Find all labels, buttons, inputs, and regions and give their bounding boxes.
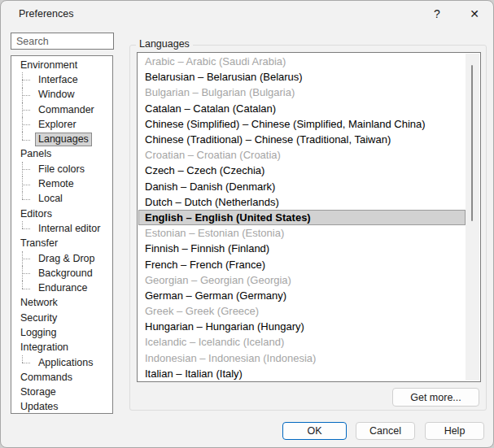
help-button[interactable]: Help xyxy=(425,422,484,440)
tree-item-label: Explorer xyxy=(35,118,80,132)
sidebar-item-interface[interactable]: Interface xyxy=(11,72,112,87)
sidebar-item-environment[interactable]: Environment xyxy=(11,58,112,72)
tree-connector-icon xyxy=(22,102,32,117)
tree-item-label: Security xyxy=(17,311,60,325)
language-item[interactable]: Chinese (Traditional) – Chinese (Traditi… xyxy=(138,132,466,147)
tree-item-label: Integration xyxy=(17,341,72,354)
tree-connector-icon xyxy=(22,221,32,236)
language-label: Belarusian – Belarusian (Belarus) xyxy=(145,71,303,83)
tree-item-label: Logging xyxy=(17,326,60,340)
language-label: Chinese (Traditional) – Chinese (Traditi… xyxy=(145,133,391,146)
preferences-dialog: Preferences ? ✕ Environment Interface Wi… xyxy=(0,0,494,448)
tree-connector-icon xyxy=(22,266,32,281)
language-label: German – German (Germany) xyxy=(145,289,286,302)
language-label: Indonesian – Indonesian (Indonesia) xyxy=(145,352,316,364)
sidebar-item-panels[interactable]: Panels xyxy=(11,147,112,162)
tree-item-label: Window xyxy=(35,88,77,102)
tree-connector-icon xyxy=(22,88,32,102)
tree-connector-icon xyxy=(22,132,32,146)
language-item[interactable]: German – German (Germany) xyxy=(138,288,466,303)
title-bar: Preferences ? ✕ xyxy=(1,1,493,27)
language-item[interactable]: English – English (United States) xyxy=(138,210,466,225)
language-item[interactable]: Georgian – Georgian (Georgia) xyxy=(138,272,466,288)
language-label: Dutch – Dutch (Netherlands) xyxy=(145,196,279,208)
tree-connector-icon xyxy=(22,176,32,191)
close-button[interactable]: ✕ xyxy=(456,1,493,27)
language-item[interactable]: Dutch – Dutch (Netherlands) xyxy=(138,194,466,210)
language-label: Hungarian – Hungarian (Hungary) xyxy=(145,320,304,333)
groupbox-label: Languages xyxy=(136,38,193,50)
sidebar-item-window[interactable]: Window xyxy=(11,88,112,102)
sidebar-item-file-colors[interactable]: File colors xyxy=(11,162,112,176)
scrollbar-thumb[interactable] xyxy=(471,65,473,221)
tree-item-label: Endurance xyxy=(35,281,90,295)
sidebar-item-explorer[interactable]: Explorer xyxy=(11,117,112,132)
languages-list[interactable]: Arabic – Arabic (Saudi Arabia) Belarusia… xyxy=(137,52,481,382)
tree-item-label: Interface xyxy=(35,73,81,87)
language-item[interactable]: Chinese (Simplified) – Chinese (Simplifi… xyxy=(138,116,466,132)
sidebar-item-background[interactable]: Background xyxy=(11,266,112,281)
sidebar-item-storage[interactable]: Storage xyxy=(11,385,112,400)
tree-item-label: Languages xyxy=(35,133,92,146)
language-label: Icelandic – Icelandic (Iceland) xyxy=(145,336,284,348)
sidebar-item-network[interactable]: Network xyxy=(11,296,112,311)
close-icon: ✕ xyxy=(470,7,479,20)
language-item[interactable]: Finnish – Finnish (Finland) xyxy=(138,241,466,256)
tree-item-label: Panels xyxy=(17,147,55,161)
tree-connector-icon xyxy=(22,192,32,207)
language-label: Catalan – Catalan (Catalan) xyxy=(145,102,276,115)
sidebar-item-security[interactable]: Security xyxy=(11,311,112,325)
sidebar-item-endurance[interactable]: Endurance xyxy=(11,281,112,295)
language-item[interactable]: Estonian – Estonian (Estonia) xyxy=(138,225,466,241)
sidebar-item-applications[interactable]: Applications xyxy=(11,355,112,370)
language-label: French – French (France) xyxy=(145,259,265,271)
language-item[interactable]: Croatian – Croatian (Croatia) xyxy=(138,147,466,163)
help-titlebar-button[interactable]: ? xyxy=(418,1,456,27)
sidebar-item-remote[interactable]: Remote xyxy=(11,176,112,191)
language-item[interactable]: Catalan – Catalan (Catalan) xyxy=(138,101,466,116)
tree-item-label: Applications xyxy=(35,356,96,370)
language-item[interactable]: Arabic – Arabic (Saudi Arabia) xyxy=(138,54,466,69)
languages-rows: Arabic – Arabic (Saudi Arabia) Belarusia… xyxy=(138,54,466,381)
language-item[interactable]: Czech – Czech (Czechia) xyxy=(138,163,466,178)
sidebar-item-editors[interactable]: Editors xyxy=(11,207,112,221)
language-item[interactable]: French – French (France) xyxy=(138,256,466,272)
languages-groupbox: Languages Arabic – Arabic (Saudi Arabia)… xyxy=(129,45,487,411)
sidebar-item-transfer[interactable]: Transfer xyxy=(11,237,112,251)
language-label: Greek – Greek (Greece) xyxy=(145,305,259,317)
language-item[interactable]: Icelandic – Icelandic (Iceland) xyxy=(138,334,466,350)
language-item[interactable]: Bulgarian – Bulgarian (Bulgaria) xyxy=(138,85,466,100)
sidebar-item-updates[interactable]: Updates xyxy=(11,400,112,414)
language-item[interactable]: Hungarian – Hungarian (Hungary) xyxy=(138,319,466,334)
language-item[interactable]: Danish – Danish (Denmark) xyxy=(138,179,466,194)
tree-item-label: Editors xyxy=(17,207,55,221)
sidebar-item-integration[interactable]: Integration xyxy=(11,341,112,355)
cancel-button[interactable]: Cancel xyxy=(356,422,415,440)
tree-item-label: Updates xyxy=(17,400,62,414)
language-item[interactable]: Belarusian – Belarusian (Belarus) xyxy=(138,69,466,85)
tree-connector-icon xyxy=(22,117,32,132)
language-item[interactable]: Indonesian – Indonesian (Indonesia) xyxy=(138,350,466,366)
get-more-button[interactable]: Get more... xyxy=(392,388,479,407)
sidebar-item-commands[interactable]: Commands xyxy=(11,370,112,385)
settings-tree[interactable]: Environment Interface Window Commander E… xyxy=(11,55,113,414)
language-item[interactable]: Italian – Italian (Italy) xyxy=(138,366,466,381)
sidebar-item-languages[interactable]: Languages xyxy=(11,132,112,146)
sidebar-item-commander[interactable]: Commander xyxy=(11,102,112,117)
scrollbar[interactable] xyxy=(466,54,479,381)
tree-item-label: Network xyxy=(17,296,61,310)
tree-item-label: Local xyxy=(35,192,66,206)
sidebar-item-local[interactable]: Local xyxy=(11,192,112,207)
sidebar-item-drag-drop[interactable]: Drag & Drop xyxy=(11,251,112,266)
tree-connector-icon xyxy=(22,72,32,87)
sidebar-item-internal-editor[interactable]: Internal editor xyxy=(11,221,112,236)
ok-button[interactable]: OK xyxy=(282,422,347,440)
language-label: Estonian – Estonian (Estonia) xyxy=(145,227,284,239)
language-label: Arabic – Arabic (Saudi Arabia) xyxy=(145,55,286,67)
language-item[interactable]: Greek – Greek (Greece) xyxy=(138,303,466,319)
sidebar-item-logging[interactable]: Logging xyxy=(11,325,112,340)
language-label: Chinese (Simplified) – Chinese (Simplifi… xyxy=(145,118,426,130)
language-label: Finnish – Finnish (Finland) xyxy=(145,242,269,254)
search-input[interactable] xyxy=(11,33,114,50)
tree-item-label: Remote xyxy=(35,177,77,191)
